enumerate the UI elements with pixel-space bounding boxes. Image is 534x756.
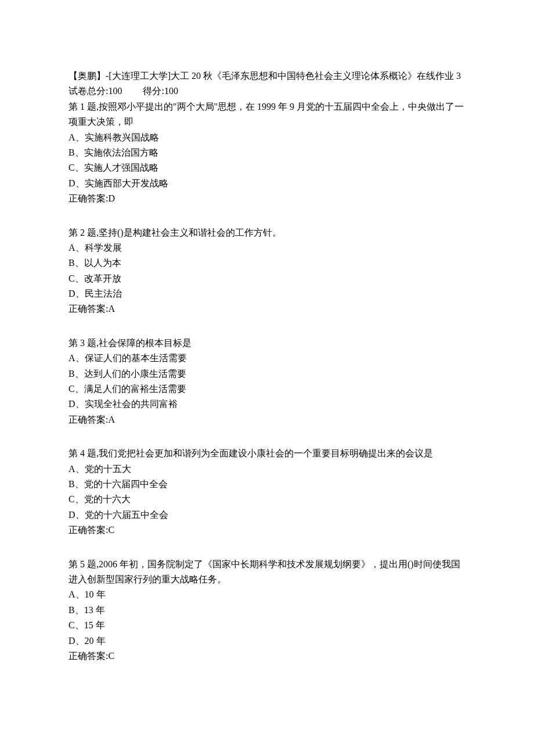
option-d: D、20 年 <box>68 633 466 649</box>
option-d: D、民主法治 <box>68 286 466 301</box>
question-stem: 第 3 题,社会保障的根本目标是 <box>68 336 466 351</box>
answer: 正确答案:C <box>68 649 466 664</box>
option-a: A、实施科教兴国战略 <box>68 130 466 145</box>
score-line: 试卷总分:100 得分:100 <box>68 84 466 99</box>
option-b: B、以人为本 <box>68 255 466 271</box>
answer: 正确答案:D <box>68 191 466 206</box>
option-b: B、党的十六届四中全会 <box>68 477 466 492</box>
question-stem: 第 5 题,2006 年初，国务院制定了《国家中长期科学和技术发展规划纲要》，提… <box>68 557 466 588</box>
answer: 正确答案:C <box>68 523 466 538</box>
option-a: A、10 年 <box>68 587 466 602</box>
option-c: C、党的十六大 <box>68 492 466 507</box>
option-c: C、15 年 <box>68 618 466 633</box>
document-title: 【奥鹏】-[大连理工大学]大工 20 秋《毛泽东思想和中国特色社会主义理论体系概… <box>68 69 466 84</box>
option-b: B、13 年 <box>68 603 466 618</box>
question-stem: 第 2 题,坚持()是构建社会主义和谐社会的工作方针。 <box>68 225 466 240</box>
option-c: C、改革开放 <box>68 271 466 286</box>
answer: 正确答案:A <box>68 301 466 316</box>
document-page: 【奥鹏】-[大连理工大学]大工 20 秋《毛泽东思想和中国特色社会主义理论体系概… <box>0 0 534 699</box>
option-d: D、党的十六届五中全会 <box>68 507 466 523</box>
question-stem: 第 1 题,按照邓小平提出的"两个大局"思想，在 1999 年 9 月党的十五届… <box>68 99 466 130</box>
option-b: B、实施依法治国方略 <box>68 145 466 160</box>
option-a: A、保证人们的基本生活需要 <box>68 351 466 366</box>
option-a: A、科学发展 <box>68 240 466 255</box>
option-b: B、达到人们的小康生活需要 <box>68 366 466 381</box>
answer: 正确答案:A <box>68 412 466 427</box>
option-d: D、实现全社会的共同富裕 <box>68 397 466 412</box>
option-a: A、党的十五大 <box>68 462 466 477</box>
total-score: 试卷总分:100 <box>68 86 122 96</box>
option-d: D、实施西部大开发战略 <box>68 176 466 191</box>
question-stem: 第 4 题,我们党把社会更加和谐列为全面建设小康社会的一个重要目标明确提出来的会… <box>68 446 466 461</box>
obtained-score: 得分:100 <box>143 86 178 96</box>
option-c: C、实施人才强国战略 <box>68 160 466 175</box>
option-c: C、满足人们的富裕生活需要 <box>68 381 466 397</box>
